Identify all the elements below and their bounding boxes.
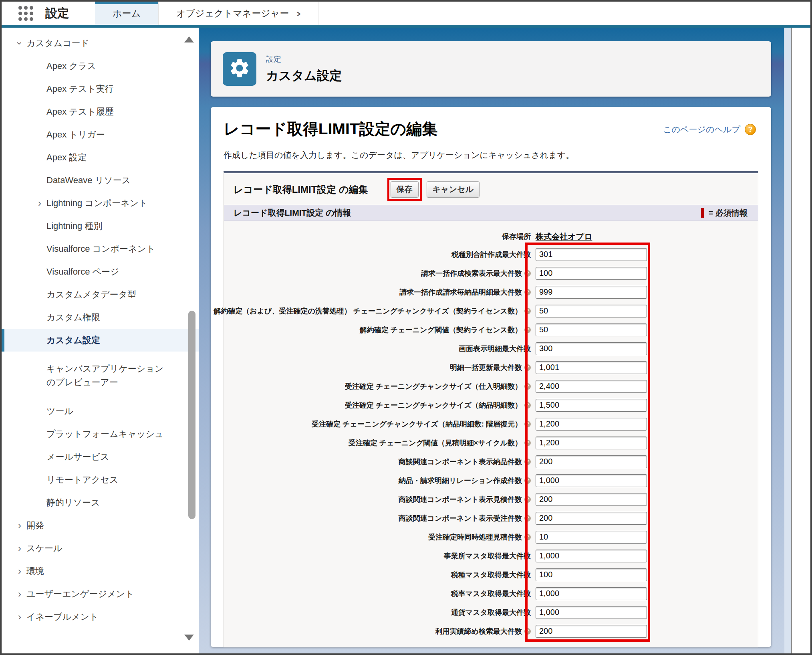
- chevron-right-icon: ›: [13, 544, 26, 553]
- field-help-icon[interactable]: ?: [524, 364, 531, 371]
- field-input-3[interactable]: [536, 305, 647, 317]
- field-row: 請求一括作成請求毎納品明細最大件数?: [224, 283, 758, 301]
- field-input-11[interactable]: [536, 455, 647, 468]
- sidebar-item-7[interactable]: ›Lightning コンポーネント: [2, 192, 199, 214]
- field-input-0[interactable]: [536, 248, 647, 261]
- field-input-17[interactable]: [536, 568, 647, 581]
- location-link[interactable]: 株式会社オプロ: [536, 232, 592, 241]
- field-input-4[interactable]: [536, 323, 647, 336]
- sidebar-item-16[interactable]: プラットフォームキャッシュ: [2, 423, 199, 445]
- field-input-14[interactable]: [536, 512, 647, 525]
- field-input-13[interactable]: [536, 493, 647, 506]
- page-title: レコード取得LIMIT設定の編集: [224, 118, 437, 140]
- sidebar-item-23[interactable]: ›ユーザーエンゲージメント: [2, 582, 199, 605]
- field-help-icon[interactable]: ?: [524, 402, 531, 408]
- sidebar-item-18[interactable]: リモートアクセス: [2, 468, 199, 491]
- page-scrollbar[interactable]: [784, 28, 791, 653]
- sidebar-item-5[interactable]: Apex 設定: [2, 146, 199, 169]
- field-input-1[interactable]: [536, 267, 647, 280]
- sidebar-item-8[interactable]: Lightning 種別: [2, 214, 199, 237]
- sidebar-item-6[interactable]: DataWeave リソース: [2, 169, 199, 192]
- field-input-2[interactable]: [536, 286, 647, 299]
- chevron-right-icon: ›: [13, 521, 26, 530]
- field-input-6[interactable]: [536, 361, 647, 374]
- sidebar-item-label: Visualforce ページ: [46, 266, 119, 278]
- tab-object-manager[interactable]: オブジェクトマネージャー ›: [159, 2, 318, 25]
- field-help-icon[interactable]: ?: [524, 496, 531, 503]
- field-row: 商談関連コンポーネント表示受注件数?: [224, 509, 758, 528]
- field-row: 受注確定 チェーニングチャンクサイズ（納品明細数: 階層復元）?: [224, 414, 758, 433]
- field-help-icon[interactable]: ?: [524, 534, 531, 540]
- sidebar-item-13[interactable]: カスタム設定: [2, 329, 199, 352]
- app-launcher-icon[interactable]: [18, 6, 33, 21]
- sidebar-item-4[interactable]: Apex トリガー: [2, 123, 199, 146]
- edit-panel-title: レコード取得LIMIT設定 の編集: [234, 183, 368, 196]
- field-input-16[interactable]: [536, 550, 647, 562]
- field-label: 受注確定 チェーニング閾値（見積明細×サイクル数）?: [224, 438, 531, 448]
- sidebar-item-14[interactable]: キャンバスアプリケーションのプレビューアー: [2, 352, 199, 400]
- field-label-text: 画面表示明細最大件数: [459, 344, 531, 354]
- field-input-10[interactable]: [536, 437, 647, 449]
- field-label-text: 商談関連コンポーネント表示納品件数: [398, 457, 522, 467]
- field-help-icon[interactable]: ?: [524, 515, 531, 522]
- field-input-7[interactable]: [536, 380, 647, 393]
- field-help-icon[interactable]: ?: [524, 289, 531, 295]
- field-help-icon[interactable]: ?: [524, 327, 531, 333]
- field-label-text: 通貨マスタ取得最大件数: [451, 608, 531, 617]
- field-help-icon[interactable]: ?: [524, 477, 531, 484]
- field-label: 受注確定 チェーニングチャンクサイズ（納品明細数）?: [224, 400, 531, 410]
- field-label-text: 利用実績締め検索最大件数: [435, 627, 522, 636]
- sidebar-item-20[interactable]: ›開発: [2, 514, 199, 537]
- field-help-icon[interactable]: ?: [524, 459, 531, 465]
- sidebar-item-15[interactable]: ツール: [2, 400, 199, 423]
- tab-home[interactable]: ホーム: [95, 2, 159, 25]
- sidebar-item-21[interactable]: ›スケール: [2, 537, 199, 560]
- page-help[interactable]: このページのヘルプ ?: [663, 124, 756, 135]
- save-annotation-box: 保存: [387, 178, 422, 201]
- field-input-18[interactable]: [536, 587, 647, 600]
- sidebar-item-1[interactable]: Apex クラス: [2, 55, 199, 77]
- field-help-icon[interactable]: ?: [524, 270, 531, 277]
- field-input-12[interactable]: [536, 474, 647, 487]
- field-input-9[interactable]: [536, 418, 647, 431]
- scroll-up-icon[interactable]: [184, 36, 194, 42]
- sidebar-item-label: ユーザーエンゲージメント: [26, 588, 134, 600]
- sidebar-item-3[interactable]: Apex テスト履歴: [2, 100, 199, 123]
- field-input-20[interactable]: [536, 625, 647, 638]
- sidebar-item-19[interactable]: 静的リソース: [2, 491, 199, 514]
- field-input-15[interactable]: [536, 531, 647, 544]
- help-question-icon[interactable]: ?: [745, 124, 756, 135]
- scroll-down-icon[interactable]: [184, 635, 194, 641]
- page-help-link[interactable]: このページのヘルプ: [663, 124, 740, 135]
- field-input-5[interactable]: [536, 342, 647, 355]
- field-label-text: 税種別合計作成最大件数: [451, 250, 531, 259]
- header-divider: [2, 25, 810, 28]
- page-header-title: カスタム設定: [266, 67, 342, 84]
- sidebar-item-9[interactable]: Visualforce コンポーネント: [2, 237, 199, 260]
- sidebar-item-22[interactable]: ›環境: [2, 560, 199, 582]
- cancel-button[interactable]: キャンセル: [427, 181, 480, 198]
- field-help-icon[interactable]: ?: [524, 421, 531, 427]
- field-help-icon[interactable]: ?: [524, 440, 531, 446]
- setup-gear-tile: [223, 52, 256, 86]
- field-label-text: 税率マスタ取得最大件数: [451, 589, 531, 598]
- sidebar-item-12[interactable]: カスタム権限: [2, 306, 199, 329]
- save-button[interactable]: 保存: [391, 181, 419, 198]
- sidebar-item-label: 環境: [26, 565, 44, 577]
- sidebar-item-10[interactable]: Visualforce ページ: [2, 260, 199, 283]
- field-help-icon[interactable]: ?: [524, 308, 531, 314]
- sidebar-item-11[interactable]: カスタムメタデータ型: [2, 283, 199, 306]
- sidebar-item-0[interactable]: ›カスタムコード: [2, 32, 199, 55]
- chevron-right-icon: ›: [13, 612, 26, 622]
- field-row: 請求一括作成検索表示最大件数?: [224, 264, 758, 283]
- field-input-19[interactable]: [536, 606, 647, 619]
- sidebar-item-17[interactable]: メールサービス: [2, 445, 199, 468]
- field-help-icon[interactable]: ?: [524, 628, 531, 635]
- field-help-icon[interactable]: ?: [524, 383, 531, 390]
- field-row: 納品・請求明細リレーション作成件数?: [224, 471, 758, 490]
- sidebar-item-2[interactable]: Apex テスト実行: [2, 77, 199, 100]
- field-label-text: 解約確定（および、受注確定の洗替処理） チェーニングチャンクサイズ（契約ライセン…: [214, 306, 522, 316]
- sidebar-item-24[interactable]: ›イネーブルメント: [2, 605, 199, 628]
- field-input-8[interactable]: [536, 399, 647, 412]
- sidebar-scrollbar[interactable]: [188, 311, 195, 519]
